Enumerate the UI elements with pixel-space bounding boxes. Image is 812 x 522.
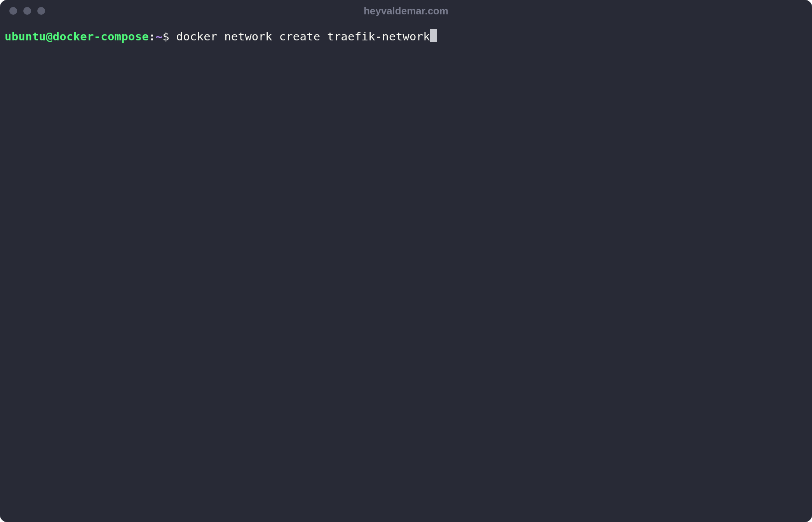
prompt-user-host: ubuntu@docker-compose	[5, 29, 149, 45]
window-controls	[9, 7, 45, 15]
terminal-body[interactable]: ubuntu@docker-compose:~$ docker network …	[0, 22, 812, 522]
maximize-button[interactable]	[37, 7, 45, 15]
command-input[interactable]: docker network create traefik-network	[176, 29, 430, 45]
terminal-window: heyvaldemar.com ubuntu@docker-compose:~$…	[0, 0, 812, 522]
prompt-line: ubuntu@docker-compose:~$ docker network …	[5, 29, 807, 45]
prompt-path: ~	[156, 29, 163, 45]
prompt-symbol: $	[162, 29, 176, 45]
window-title: heyvaldemar.com	[364, 5, 448, 17]
cursor-icon	[430, 29, 437, 42]
minimize-button[interactable]	[23, 7, 31, 15]
prompt-colon: :	[149, 29, 156, 45]
title-bar: heyvaldemar.com	[0, 0, 812, 22]
close-button[interactable]	[9, 7, 17, 15]
